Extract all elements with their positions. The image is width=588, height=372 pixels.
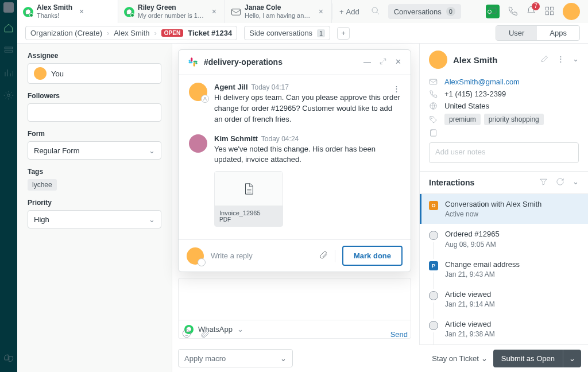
rail-logo[interactable] xyxy=(3,2,14,13)
form-label: Form xyxy=(28,130,161,138)
avatar xyxy=(189,134,207,153)
chevron-down-icon: ⌄ xyxy=(149,215,155,224)
stay-on-ticket-select[interactable]: Stay on Ticket⌄ xyxy=(432,354,488,363)
tab-name: Riley Green xyxy=(138,4,205,11)
user-tag[interactable]: priority shopping xyxy=(484,114,544,125)
admin-icon[interactable] xyxy=(3,90,14,102)
status-marker xyxy=(429,231,438,240)
interaction-item[interactable]: Article viewedJan 21, 9:14 AM xyxy=(420,284,588,314)
user-email[interactable]: AlexSmith@gmail.com xyxy=(444,78,520,86)
message-author: Agent Jill xyxy=(214,83,248,91)
zendesk-icon[interactable] xyxy=(3,353,14,365)
svg-point-11 xyxy=(188,332,188,333)
phone-icon[interactable] xyxy=(508,6,518,18)
svg-point-4 xyxy=(372,7,377,13)
chevron-down-icon[interactable]: ⌄ xyxy=(572,177,579,188)
home-icon[interactable] xyxy=(3,23,14,35)
breadcrumb[interactable]: Organization (Create) › Alex Smith › OPE… xyxy=(25,26,237,40)
svg-rect-15 xyxy=(194,63,195,67)
email-icon xyxy=(231,7,240,16)
more-icon[interactable]: ⋮ xyxy=(557,55,564,65)
attachment-card[interactable]: Invoice_12965PDF xyxy=(214,171,283,227)
edit-icon[interactable] xyxy=(540,55,549,65)
close-icon[interactable]: × xyxy=(210,7,219,16)
reporting-icon[interactable] xyxy=(3,68,14,80)
status-marker xyxy=(429,291,438,300)
interaction-item[interactable]: OConversation with Alex SmithActive now xyxy=(420,194,588,224)
conversation-tab-2[interactable]: Riley GreenMy order number is 19… × xyxy=(118,0,225,23)
close-icon[interactable]: × xyxy=(316,7,326,16)
form-select[interactable]: Regular Form⌄ xyxy=(28,141,161,160)
pill-count: 0 xyxy=(446,7,455,16)
views-icon[interactable] xyxy=(3,45,14,57)
svg-rect-5 xyxy=(546,7,548,10)
user-link[interactable]: Alex Smith xyxy=(114,29,149,37)
priority-value: High xyxy=(34,215,49,224)
priority-select[interactable]: High⌄ xyxy=(28,210,161,228)
svg-point-2 xyxy=(7,94,10,97)
submit-button-group: Submit as Open ⌄ xyxy=(493,350,581,367)
segment-apps[interactable]: Apps xyxy=(537,26,579,40)
assignee-label: Assignee xyxy=(28,52,161,60)
chat-status-icon[interactable] xyxy=(486,5,500,18)
message-more-icon[interactable]: ⋮ xyxy=(393,84,400,93)
segment-user[interactable]: User xyxy=(496,26,537,40)
interaction-item[interactable]: Ordered #12965Aug 08, 9:05 AM xyxy=(420,224,588,254)
side-conversations-button[interactable]: Side conversations 1 xyxy=(244,26,330,40)
reply-input[interactable]: Write a reply xyxy=(211,251,312,260)
attachment-icon[interactable] xyxy=(200,328,210,340)
mark-done-button[interactable]: Mark done xyxy=(342,246,403,266)
submit-button[interactable]: Submit as Open xyxy=(493,350,563,367)
close-icon[interactable]: ✕ xyxy=(395,57,401,67)
attachment-icon[interactable] xyxy=(319,250,328,261)
interaction-item[interactable]: Article viewedJan 21, 9:38 AM xyxy=(420,314,588,344)
composer-area[interactable] xyxy=(178,278,411,320)
svg-rect-12 xyxy=(189,61,193,63)
user-tag[interactable]: premium xyxy=(444,114,481,125)
add-tab-button[interactable]: +Add xyxy=(332,7,366,16)
interaction-item[interactable]: PChange email addressJan 21, 9:43 AM xyxy=(420,254,588,284)
expand-icon[interactable] xyxy=(379,57,387,67)
tags-field[interactable]: lychee xyxy=(28,179,161,191)
attachment-type: PDF xyxy=(219,216,278,223)
profile-avatar[interactable] xyxy=(563,3,580,20)
svg-rect-20 xyxy=(431,130,436,136)
apply-macro-select[interactable]: Apply macro⌄ xyxy=(178,349,293,367)
interaction-sub: Aug 08, 9:05 AM xyxy=(445,241,500,249)
ticket-footer: Stay on Ticket⌄ Submit as Open ⌄ xyxy=(419,344,588,372)
conversations-pill[interactable]: Conversations0 xyxy=(388,4,461,19)
notifications-icon[interactable]: 7 xyxy=(526,6,536,18)
assignee-field[interactable]: You xyxy=(28,63,161,84)
svg-rect-3 xyxy=(232,9,241,16)
followers-field[interactable] xyxy=(28,103,161,122)
search-icon[interactable] xyxy=(366,6,385,17)
send-button[interactable]: Send xyxy=(390,330,408,339)
message-text: Yes we've noted this change. His order h… xyxy=(214,144,400,166)
close-icon[interactable]: × xyxy=(77,7,86,16)
refresh-icon[interactable] xyxy=(556,177,564,188)
apps-icon[interactable] xyxy=(544,6,555,18)
tab-name: Alex Smith xyxy=(37,4,72,11)
filter-icon[interactable] xyxy=(539,177,548,188)
conversation-tab-3[interactable]: Janae ColeHello, I am having an is… × xyxy=(225,0,332,23)
org-link[interactable]: Organization (Create) xyxy=(30,29,102,37)
tab-preview: Hello, I am having an is… xyxy=(245,12,312,19)
notification-count: 7 xyxy=(532,2,540,10)
svg-point-19 xyxy=(431,118,432,118)
tag-chip[interactable]: lychee xyxy=(28,179,57,191)
side-label: Side conversations xyxy=(249,29,312,37)
message-text: Hi delivery ops team. Can you please app… xyxy=(214,92,400,125)
svg-rect-6 xyxy=(551,7,554,10)
submit-dropdown[interactable]: ⌄ xyxy=(563,350,581,367)
conversation-tab-1[interactable]: Alex SmithThanks! × xyxy=(17,0,118,23)
minimize-icon[interactable]: — xyxy=(363,57,371,67)
interaction-title: Article viewed xyxy=(445,320,495,329)
svg-point-16 xyxy=(204,97,206,99)
add-side-conv-button[interactable]: + xyxy=(337,27,350,40)
user-notes-input[interactable]: Add user notes xyxy=(429,142,579,163)
user-avatar[interactable] xyxy=(429,51,447,69)
emoji-icon[interactable] xyxy=(181,328,192,340)
tab-name: Janae Cole xyxy=(245,4,312,11)
user-panel: Alex Smith ⋮ ⌄ AlexSmith@gmail.com +1 (4… xyxy=(419,44,588,372)
chevron-down-icon[interactable]: ⌄ xyxy=(572,55,579,65)
